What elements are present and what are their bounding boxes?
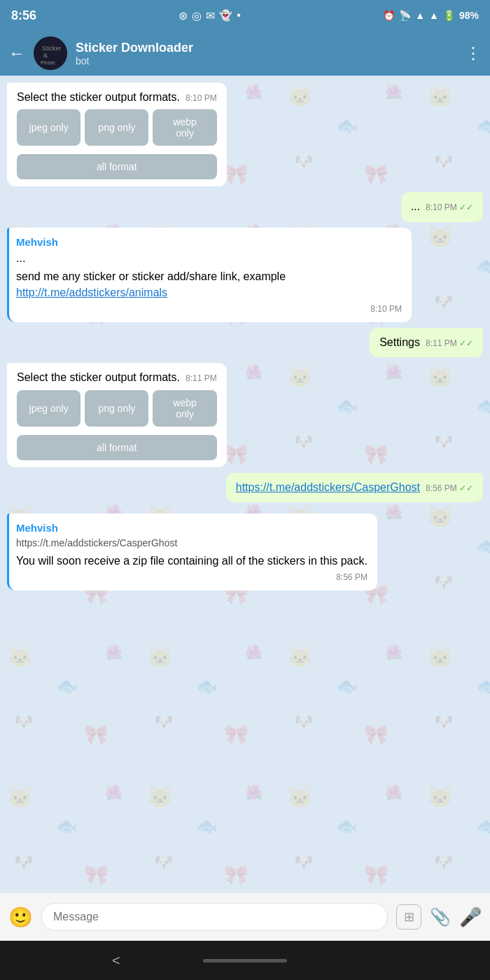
message-row-6: https://t.me/addstickers/CasperGhost 8:5… — [7, 473, 483, 502]
instagram-icon: ◎ — [192, 9, 202, 22]
check-icon-4: ✓✓ — [459, 338, 473, 348]
message-row-7: Mehvish https://t.me/addstickers/CasperG… — [7, 513, 483, 591]
nav-back-button[interactable]: < — [112, 953, 120, 969]
message-row-5: Select the sticker output formats. 8:11 … — [7, 363, 483, 467]
nav-bar: < — [0, 941, 490, 980]
message-row-1: Select the sticker output formats. 8:10 … — [7, 83, 483, 186]
avatar[interactable]: Sticker & Pirate — [34, 36, 67, 70]
emoji-button[interactable]: 🙂 — [8, 906, 33, 929]
svg-text:Pirate: Pirate — [41, 60, 55, 66]
status-icons: ⊛ ◎ ✉ 👻 • — [178, 9, 241, 22]
all-format-row-2: all format — [17, 431, 217, 460]
message-bubble-4: Settings 8:11 PM ✓✓ — [370, 328, 483, 357]
message-text-4: Settings — [379, 336, 420, 348]
message-bubble-5: Select the sticker output formats. 8:11 … — [7, 363, 227, 467]
all-format-button-2[interactable]: all format — [17, 435, 217, 460]
wifi-icon: ▲ — [415, 10, 425, 21]
status-right-icons: ⏰ 📡 ▲ ▲ 🔋 98% — [383, 10, 479, 21]
message-time-7: 8:56 PM — [336, 572, 368, 584]
sticker-grid-button[interactable]: ⊞ — [396, 904, 421, 930]
svg-text:Sticker: Sticker — [42, 45, 62, 52]
attach-button[interactable]: 📎 — [430, 907, 451, 927]
message-bubble-1: Select the sticker output formats. 8:10 … — [7, 83, 227, 186]
header-menu-button[interactable]: ⋮ — [465, 43, 482, 63]
email-icon: ✉ — [206, 9, 215, 22]
sender-name-3: Mehvish — [16, 235, 402, 249]
all-format-row-1: all format — [17, 150, 217, 179]
message-text-3a: ... — [16, 251, 402, 266]
message-bubble-2: ... 8:10 PM ✓✓ — [401, 192, 483, 221]
message-pretext-7: https://t.me/addstickers/CasperGhost — [16, 537, 368, 551]
message-time-2: 8:10 PM ✓✓ — [426, 202, 473, 214]
message-text-5: Select the sticker output formats. — [17, 371, 180, 383]
header-info: Sticker Downloader bot — [76, 41, 456, 67]
message-time-1: 8:10 PM — [186, 92, 217, 104]
message-text-7: You will soon receive a zip file contain… — [16, 553, 368, 569]
header-subtitle: bot — [76, 55, 456, 67]
message-row-4: Settings 8:11 PM ✓✓ — [7, 328, 483, 357]
message-row-2: ... 8:10 PM ✓✓ — [7, 192, 483, 221]
message-time-6: 8:56 PM ✓✓ — [426, 483, 473, 495]
status-time: 8:56 — [11, 8, 36, 23]
status-bar: 8:56 ⊛ ◎ ✉ 👻 • ⏰ 📡 ▲ ▲ 🔋 98% — [0, 0, 490, 31]
message-row-3: Mehvish ... send me any sticker or stick… — [7, 228, 483, 322]
message-bubble-3: Mehvish ... send me any sticker or stick… — [7, 228, 412, 322]
header-title: Sticker Downloader — [76, 41, 456, 55]
webp-only-button-2[interactable]: webp only — [153, 390, 216, 427]
jpeg-only-button-1[interactable]: jpeg only — [17, 109, 80, 146]
chat-area: Select the sticker output formats. 8:10 … — [0, 76, 490, 893]
svg-text:&: & — [43, 52, 48, 59]
mic-button[interactable]: 🎤 — [459, 906, 482, 928]
message-text-3b: send me any sticker or sticker add/share… — [16, 269, 402, 301]
sticker-link-3[interactable]: http://t.me/addstickers/animals — [16, 287, 167, 298]
check-icon-6: ✓✓ — [459, 483, 473, 493]
avatar-image: Sticker & Pirate — [34, 36, 67, 70]
all-format-button-1[interactable]: all format — [17, 154, 217, 179]
message-text-1: Select the sticker output formats. — [17, 91, 180, 103]
whatsapp-icon: ⊛ — [178, 9, 188, 22]
grid-icon: ⊞ — [404, 909, 414, 925]
message-time-4: 8:11 PM ✓✓ — [426, 338, 473, 350]
cast-icon: 📡 — [399, 10, 411, 21]
battery-icon: 🔋 — [443, 10, 455, 21]
format-buttons-row-2: jpeg only png only webp only — [17, 390, 217, 427]
message-bubble-7: Mehvish https://t.me/addstickers/CasperG… — [7, 513, 377, 591]
ghost-icon: 👻 — [219, 9, 232, 22]
home-indicator[interactable] — [203, 959, 287, 962]
signal-icon: ▲ — [429, 10, 439, 21]
input-bar: 🙂 ⊞ 📎 🎤 — [0, 893, 490, 941]
png-only-button-2[interactable]: png only — [85, 390, 148, 427]
message-input[interactable] — [41, 903, 388, 931]
alarm-icon: ⏰ — [383, 10, 395, 21]
message-bubble-6: https://t.me/addstickers/CasperGhost 8:5… — [226, 473, 483, 502]
format-buttons-row-1: jpeg only png only webp only — [17, 109, 217, 146]
sender-name-7: Mehvish — [16, 520, 368, 535]
back-button[interactable]: ← — [8, 43, 25, 63]
casper-ghost-link[interactable]: https://t.me/addstickers/CasperGhost — [236, 481, 420, 493]
message-time-5: 8:11 PM — [186, 373, 217, 385]
message-time-3: 8:10 PM — [370, 303, 402, 315]
chat-header: ← Sticker & Pirate Sticker Downloader bo… — [0, 31, 490, 76]
jpeg-only-button-2[interactable]: jpeg only — [17, 390, 80, 427]
png-only-button-1[interactable]: png only — [85, 109, 148, 146]
battery-percent: 98% — [459, 10, 479, 21]
check-icon-2: ✓✓ — [459, 202, 473, 212]
message-text-2: ... — [411, 200, 420, 212]
dot-icon: • — [237, 9, 241, 22]
webp-only-button-1[interactable]: webp only — [153, 109, 216, 146]
